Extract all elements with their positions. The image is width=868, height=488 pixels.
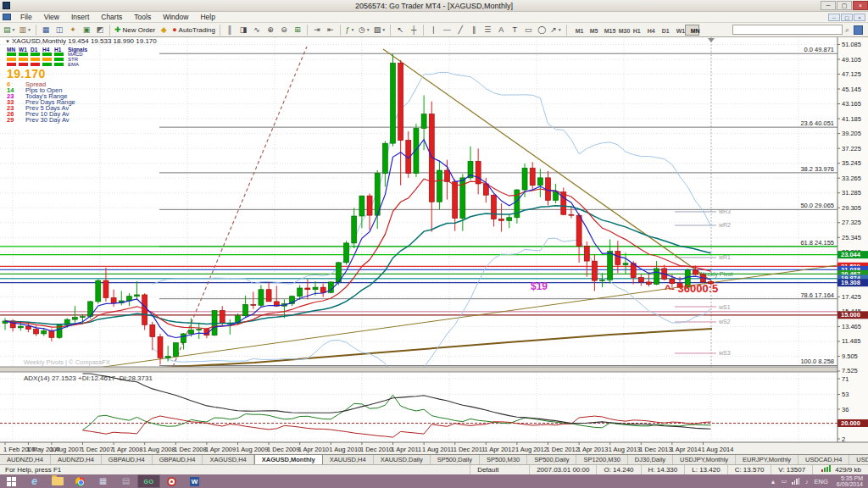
minimize-button[interactable]: ─ [821, 1, 836, 10]
metaeditor-button[interactable]: ◆ [157, 24, 170, 36]
chart-tab-dj30-daily[interactable]: DJ30,Daily [628, 455, 673, 464]
bar-chart-button[interactable]: ║ [223, 24, 236, 36]
file-explorer-button[interactable] [46, 474, 69, 488]
chart-tab-sp500-m30[interactable]: SP500,M30 [480, 455, 527, 464]
search-input[interactable] [732, 25, 843, 35]
arrows-button[interactable]: ↗▼ [548, 24, 564, 36]
one-click-trading-toggle[interactable]: ▼ [5, 39, 10, 44]
terminal-button[interactable]: ▣ [80, 24, 93, 36]
crosshair-button[interactable]: ┼ [407, 24, 420, 36]
app-button[interactable]: ▤ [114, 474, 137, 488]
child-restore-button[interactable]: ▢ [841, 14, 853, 21]
menu-insert[interactable]: Insert [65, 12, 95, 23]
menu-charts[interactable]: Charts [95, 12, 128, 23]
line-chart-button[interactable]: ∿ [250, 24, 264, 36]
timeframe-h1-button[interactable]: H1 [627, 25, 642, 36]
timeframe-m15-button[interactable]: M15 [598, 25, 613, 36]
text-label-button[interactable]: T [508, 24, 521, 36]
date-axis[interactable]: 1 Feb 20071 May 20071 Aug 20071 Dec 2007… [0, 442, 868, 454]
pane-splitter[interactable] [0, 367, 868, 372]
zoom-in-button[interactable]: ⊕ [264, 24, 277, 36]
timeframe-m5-button[interactable]: M5 [584, 25, 598, 36]
periods-button[interactable]: ◷▼ [357, 24, 372, 36]
rectangle-button[interactable]: ▭ [521, 24, 535, 36]
timeframe-h4-button[interactable]: H4 [642, 25, 656, 36]
text-button[interactable]: A [494, 24, 508, 36]
timeframe-w1-button[interactable]: W1 [670, 25, 685, 36]
vertical-line-button[interactable]: ∣ [426, 24, 440, 36]
chart-tab-xagusd-monthly[interactable]: XAGUSD,Monthly [254, 455, 323, 464]
start-button[interactable] [0, 474, 23, 488]
menu-view[interactable]: View [38, 12, 65, 23]
auto-scroll-button[interactable]: ⇥ [310, 24, 324, 36]
chart-tab-gbpaud-h4[interactable]: GBPAUD,H4 [153, 455, 203, 464]
horizontal-line-button[interactable]: ― [440, 24, 453, 36]
chart-tab-xauusd-daily[interactable]: XAUUSD,Daily [374, 455, 431, 464]
chart-canvas[interactable]: 0.0 49.87123.6 40.05138.2 33.97650.0 29.… [0, 37, 868, 454]
chart-tab-audnzd-h4[interactable]: AUDNZD,H4 [0, 455, 51, 464]
tile-windows-button[interactable]: ⊞ [291, 24, 304, 36]
indicators-button[interactable]: ƒ▼ [343, 24, 357, 36]
price-axis[interactable]: 51.08549.10547.12545.14543.16541.18539.2… [837, 37, 868, 443]
chart-tab-gbpaud-h4[interactable]: GBPAUD,H4 [102, 455, 153, 464]
chart-tab-sp500-daily[interactable]: SP500,Daily [527, 455, 576, 464]
calculator-button[interactable]: ▦ [92, 474, 114, 488]
menu-help[interactable]: Help [194, 12, 220, 23]
chart-tab-xauusd-h4[interactable]: XAUUSD,H4 [323, 455, 374, 464]
timeframe-mn-button[interactable]: MN [685, 25, 699, 36]
go-trader-button[interactable]: GO [137, 474, 160, 488]
trendline-button[interactable]: ╱ [453, 24, 467, 36]
zoom-out-button[interactable]: ⊖ [277, 24, 291, 36]
chrome-button[interactable] [69, 474, 92, 488]
chart-tab-usdcad-h4[interactable]: USDCAD,H4 [798, 455, 849, 464]
display-icon[interactable]: ▭ [778, 478, 789, 485]
network-icon[interactable] [789, 478, 803, 485]
chevron-down-icon[interactable]: ▼ [381, 27, 386, 32]
navigator-button[interactable]: ✦ [66, 24, 80, 36]
maximize-button[interactable]: ▢ [837, 1, 852, 10]
data-window-button[interactable]: ◫ [53, 24, 66, 36]
strategy-tester-button[interactable]: ◩ [93, 24, 107, 36]
language-indicator[interactable]: ENG [811, 478, 832, 485]
chevron-down-icon[interactable]: ▼ [27, 27, 31, 32]
chevron-down-icon[interactable]: ▼ [366, 27, 370, 32]
new-chart-button[interactable]: ▤▼ [2, 24, 17, 36]
chart-tab-usdcad-h4[interactable]: USDCAD,H4 [849, 455, 868, 464]
candlestick-chart-button[interactable]: ◨ [236, 24, 250, 36]
word-button[interactable]: W [183, 474, 206, 488]
mt4-button[interactable] [160, 474, 183, 488]
clock[interactable]: 5:35 PM6/09/2014 [832, 475, 868, 487]
timeframe-m30-button[interactable]: M30 [613, 25, 627, 36]
chart-tab-eurjpy-monthly[interactable]: EURJPY,Monthly [736, 455, 798, 464]
fibonacci-button[interactable]: ☰ [481, 24, 494, 36]
close-button[interactable]: × [853, 1, 868, 10]
menu-window[interactable]: Window [157, 12, 194, 23]
community-icon[interactable] [854, 25, 863, 35]
menu-tools[interactable]: Tools [128, 12, 157, 23]
chart-tab-sp500-daily[interactable]: SP500,Daily [431, 455, 480, 464]
search-icon[interactable]: ⌕ [845, 25, 849, 35]
market-watch-button[interactable]: ▦ [39, 24, 53, 36]
templates-button[interactable]: ▨▼ [372, 24, 387, 36]
chart-tab-usdjpy-monthly[interactable]: USDJPY,Monthly [673, 455, 736, 464]
new-order-button[interactable]: ✚New Order [113, 24, 157, 36]
hidden-icons-icon[interactable]: ▲ [768, 479, 779, 485]
chart-tab-audnzd-h4[interactable]: AUDNZD,H4 [51, 455, 102, 464]
chevron-down-icon[interactable]: ▼ [558, 27, 562, 32]
child-close-button[interactable]: × [854, 14, 865, 21]
chart-shift-button[interactable]: ⇤ [324, 24, 337, 36]
ellipse-button[interactable]: ◯ [535, 24, 548, 36]
profiles-button[interactable]: ▥▼ [17, 24, 32, 36]
timeframe-m1-button[interactable]: M1 [570, 25, 584, 36]
chevron-down-icon[interactable]: ▼ [350, 27, 354, 32]
timeframe-d1-button[interactable]: D1 [656, 25, 670, 36]
chevron-down-icon[interactable]: ▼ [12, 27, 16, 32]
internet-explorer-button[interactable]: e [23, 474, 46, 488]
cursor-button[interactable]: ↖ [393, 24, 407, 36]
volume-icon[interactable]: ♪ [803, 479, 811, 485]
menu-file[interactable]: File [14, 12, 38, 23]
autotrading-button[interactable]: ●AutoTrading [170, 24, 217, 36]
channel-button[interactable]: ∥ [467, 24, 481, 36]
chart-tab-sp1200-m30[interactable]: SP1200,M30 [576, 455, 627, 464]
chart-tab-xagusd-h4[interactable]: XAGUSD,H4 [203, 455, 253, 464]
